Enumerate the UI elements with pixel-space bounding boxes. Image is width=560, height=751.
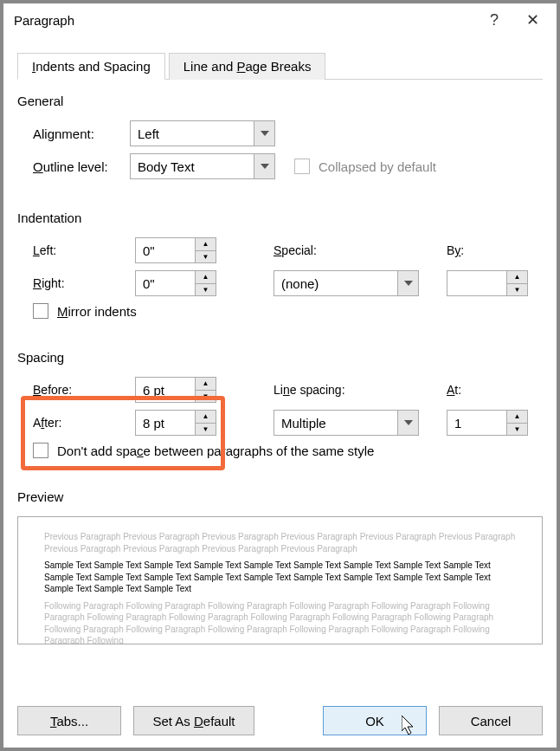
mirror-label: Mirror indents bbox=[57, 304, 137, 319]
right-spinner[interactable]: 0" ▲▼ bbox=[135, 270, 216, 296]
alignment-combo[interactable]: Left bbox=[130, 120, 275, 146]
before-spinner[interactable]: 6 pt ▲▼ bbox=[135, 377, 216, 403]
spin-down-icon[interactable]: ▼ bbox=[196, 251, 216, 263]
titlebar: Paragraph ? ✕ bbox=[3, 3, 557, 36]
button-label: OK bbox=[365, 714, 384, 728]
chevron-down-icon[interactable] bbox=[397, 411, 418, 435]
spin-down-icon[interactable]: ▼ bbox=[196, 424, 216, 436]
alignment-value: Left bbox=[131, 121, 254, 146]
line-spacing-combo[interactable]: Multiple bbox=[274, 410, 419, 436]
preview-sample: Sample Text Sample Text Sample Text Samp… bbox=[44, 560, 516, 595]
at-value: 1 bbox=[447, 411, 506, 435]
by-value bbox=[447, 271, 506, 295]
preview-following: Following Paragraph Following Paragraph … bbox=[44, 600, 516, 645]
preview-previous: Previous Paragraph Previous Paragraph Pr… bbox=[44, 531, 516, 554]
left-label: Left: bbox=[33, 243, 135, 257]
chevron-down-icon[interactable] bbox=[254, 121, 274, 146]
chevron-down-icon[interactable] bbox=[397, 271, 418, 295]
set-default-button[interactable]: Set As Default bbox=[133, 706, 254, 735]
spin-up-icon[interactable]: ▲ bbox=[196, 411, 216, 424]
group-indentation-title: Indentation bbox=[17, 210, 543, 225]
help-button[interactable]: ? bbox=[475, 7, 513, 33]
by-label: By: bbox=[447, 243, 533, 257]
checkbox-box bbox=[294, 159, 310, 174]
line-spacing-value: Multiple bbox=[274, 411, 397, 435]
tab-label: Line and Page Breaks bbox=[183, 59, 312, 74]
after-value: 8 pt bbox=[136, 411, 195, 435]
close-button[interactable]: ✕ bbox=[513, 7, 551, 33]
spin-down-icon[interactable]: ▼ bbox=[507, 284, 527, 296]
line-spacing-label: Line spacing: bbox=[274, 383, 421, 397]
left-value: 0" bbox=[136, 238, 195, 262]
outline-value: Body Text bbox=[131, 154, 254, 178]
outline-combo[interactable]: Body Text bbox=[130, 153, 275, 179]
spin-up-icon[interactable]: ▲ bbox=[196, 238, 216, 251]
dont-add-label: Don't add space between paragraphs of th… bbox=[57, 443, 374, 458]
spin-up-icon[interactable]: ▲ bbox=[507, 411, 527, 424]
outline-label: Outline level: bbox=[33, 159, 130, 174]
right-label: Right: bbox=[33, 276, 135, 290]
collapsed-label: Collapsed by default bbox=[319, 159, 436, 174]
tab-line-page-breaks[interactable]: Line and Page Breaks bbox=[169, 53, 326, 80]
button-label: Set As Default bbox=[152, 714, 235, 728]
preview-box: Previous Paragraph Previous Paragraph Pr… bbox=[17, 516, 543, 644]
group-spacing-title: Spacing bbox=[17, 350, 543, 365]
spin-down-icon[interactable]: ▼ bbox=[196, 284, 216, 296]
footer: Tabs... Set As Default OK Cancel bbox=[17, 706, 543, 735]
cancel-button[interactable]: Cancel bbox=[439, 706, 543, 735]
tabs: Indents and Spacing Line and Page Breaks bbox=[17, 52, 543, 80]
after-label: After: bbox=[33, 416, 135, 430]
spin-down-icon[interactable]: ▼ bbox=[196, 391, 216, 403]
button-label: Cancel bbox=[471, 714, 512, 728]
tab-label: Indents and Spacing bbox=[32, 59, 151, 74]
paragraph-dialog: Paragraph ? ✕ Indents and Spacing Line a… bbox=[3, 3, 557, 748]
before-value: 6 pt bbox=[136, 378, 195, 402]
special-label: Special: bbox=[274, 243, 421, 257]
ok-button[interactable]: OK bbox=[323, 706, 427, 735]
mirror-checkbox[interactable]: Mirror indents bbox=[33, 303, 137, 319]
group-preview-title: Preview bbox=[17, 489, 543, 504]
after-spinner[interactable]: 8 pt ▲▼ bbox=[135, 410, 216, 436]
group-general-title: General bbox=[17, 94, 543, 108]
tabs-button[interactable]: Tabs... bbox=[17, 706, 121, 735]
at-spinner[interactable]: 1 ▲▼ bbox=[447, 410, 528, 436]
at-label: At: bbox=[447, 383, 533, 397]
alignment-label: Alignment: bbox=[33, 126, 130, 141]
checkbox-box bbox=[33, 443, 48, 458]
before-label: Before: bbox=[33, 383, 135, 397]
spin-down-icon[interactable]: ▼ bbox=[507, 424, 527, 436]
left-spinner[interactable]: 0" ▲▼ bbox=[135, 237, 216, 263]
dont-add-checkbox[interactable]: Don't add space between paragraphs of th… bbox=[33, 443, 374, 458]
chevron-down-icon[interactable] bbox=[254, 154, 274, 178]
special-value: (none) bbox=[274, 271, 397, 295]
by-spinner[interactable]: ▲▼ bbox=[447, 270, 528, 296]
special-combo[interactable]: (none) bbox=[274, 270, 419, 296]
collapsed-checkbox: Collapsed by default bbox=[294, 159, 436, 174]
spin-up-icon[interactable]: ▲ bbox=[507, 271, 527, 284]
dialog-title: Paragraph bbox=[14, 13, 475, 28]
spin-up-icon[interactable]: ▲ bbox=[196, 271, 216, 284]
button-label: Tabs... bbox=[50, 714, 88, 728]
right-value: 0" bbox=[136, 271, 195, 295]
spin-up-icon[interactable]: ▲ bbox=[196, 378, 216, 391]
checkbox-box bbox=[33, 303, 48, 319]
tab-indents-spacing[interactable]: Indents and Spacing bbox=[17, 53, 165, 80]
